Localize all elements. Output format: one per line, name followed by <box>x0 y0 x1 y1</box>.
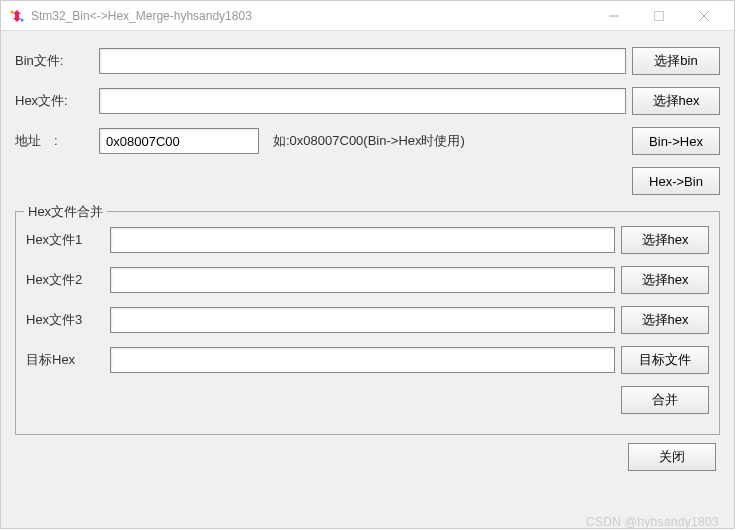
hex3-row: Hex文件3 选择hex <box>26 306 709 334</box>
minimize-button[interactable] <box>591 2 636 30</box>
bin-to-hex-button[interactable]: Bin->Hex <box>632 127 720 155</box>
hex1-label: Hex文件1 <box>26 231 104 249</box>
hex2-label: Hex文件2 <box>26 271 104 289</box>
app-icon <box>9 8 25 24</box>
select-hex-button[interactable]: 选择hex <box>632 87 720 115</box>
window-controls <box>591 2 726 30</box>
hex3-label: Hex文件3 <box>26 311 104 329</box>
merge-btn-row: 合并 <box>26 386 709 414</box>
window-title: Stm32_Bin<->Hex_Merge-hyhsandy1803 <box>31 9 591 23</box>
close-button[interactable] <box>681 2 726 30</box>
address-input[interactable] <box>99 128 259 154</box>
maximize-button[interactable] <box>636 2 681 30</box>
target-file-button[interactable]: 目标文件 <box>621 346 709 374</box>
svg-rect-3 <box>654 11 663 20</box>
select-hex2-button[interactable]: 选择hex <box>621 266 709 294</box>
select-hex3-button[interactable]: 选择hex <box>621 306 709 334</box>
close-app-button[interactable]: 关闭 <box>628 443 716 471</box>
merge-button[interactable]: 合并 <box>621 386 709 414</box>
address-row: 地址 : 如:0x08007C00(Bin->Hex时使用) Bin->Hex <box>15 127 720 155</box>
app-window: Stm32_Bin<->Hex_Merge-hyhsandy1803 Bin文件… <box>0 0 735 529</box>
hex-merge-group: Hex文件合并 Hex文件1 选择hex Hex文件2 选择hex Hex文件3… <box>15 211 720 435</box>
svg-point-1 <box>21 18 24 21</box>
select-hex1-button[interactable]: 选择hex <box>621 226 709 254</box>
hex3-input[interactable] <box>110 307 615 333</box>
bin-file-row: Bin文件: 选择bin <box>15 47 720 75</box>
content-area: Bin文件: 选择bin Hex文件: 选择hex 地址 : 如:0x08007… <box>1 31 734 528</box>
hex2-input[interactable] <box>110 267 615 293</box>
bin-file-label: Bin文件: <box>15 52 93 70</box>
watermark-text: CSDN @hyhsandy1803 <box>586 515 719 529</box>
bin-file-input[interactable] <box>99 48 626 74</box>
hex-to-bin-button[interactable]: Hex->Bin <box>632 167 720 195</box>
target-hex-row: 目标Hex 目标文件 <box>26 346 709 374</box>
hex-file-input[interactable] <box>99 88 626 114</box>
svg-point-0 <box>11 10 14 13</box>
hex-file-row: Hex文件: 选择hex <box>15 87 720 115</box>
hex1-row: Hex文件1 选择hex <box>26 226 709 254</box>
target-hex-input[interactable] <box>110 347 615 373</box>
hex2-row: Hex文件2 选择hex <box>26 266 709 294</box>
titlebar: Stm32_Bin<->Hex_Merge-hyhsandy1803 <box>1 1 734 31</box>
address-hint: 如:0x08007C00(Bin->Hex时使用) <box>273 132 626 150</box>
select-bin-button[interactable]: 选择bin <box>632 47 720 75</box>
hex1-input[interactable] <box>110 227 615 253</box>
footer-row: 关闭 <box>15 443 720 471</box>
target-hex-label: 目标Hex <box>26 351 104 369</box>
hex-to-bin-row: Hex->Bin <box>15 167 720 195</box>
hex-merge-title: Hex文件合并 <box>24 203 107 221</box>
address-label: 地址 : <box>15 132 93 150</box>
hex-file-label: Hex文件: <box>15 92 93 110</box>
